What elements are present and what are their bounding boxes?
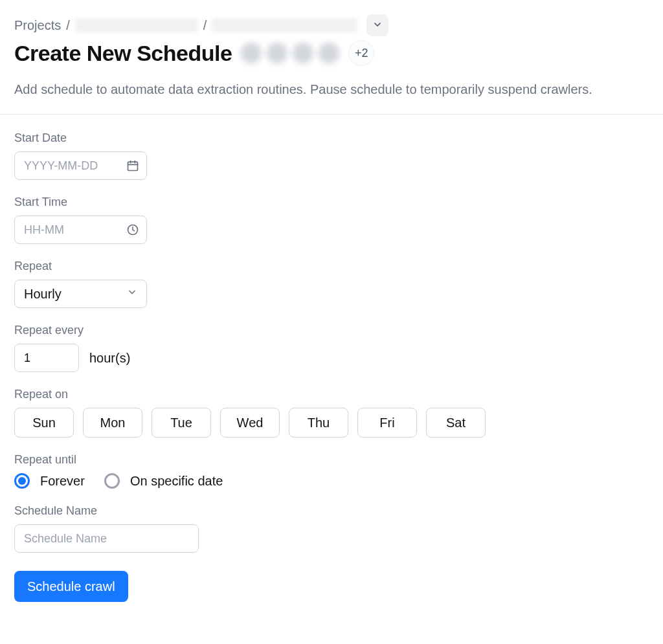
repeat-every-input[interactable] xyxy=(14,344,79,372)
breadcrumb-separator: / xyxy=(203,18,207,33)
repeat-until-specific-label: On specific date xyxy=(130,474,223,489)
day-toggle-mon[interactable]: Mon xyxy=(83,408,142,438)
clock-icon xyxy=(126,223,139,236)
breadcrumb-item-redacted-2[interactable] xyxy=(212,18,357,32)
schedule-name-input[interactable] xyxy=(14,524,199,553)
breadcrumb: Projects / / xyxy=(14,14,649,36)
breadcrumb-separator: / xyxy=(66,18,70,33)
repeat-select[interactable]: Hourly xyxy=(14,280,147,308)
repeat-every-label: Repeat every xyxy=(14,324,649,337)
day-toggle-fri[interactable]: Fri xyxy=(357,408,417,438)
schedule-name-label: Schedule Name xyxy=(14,504,649,518)
start-date-label: Start Date xyxy=(14,131,649,145)
repeat-until-forever-label: Forever xyxy=(40,474,85,489)
radio-icon xyxy=(104,473,120,489)
avatar xyxy=(293,43,313,63)
collaborator-overflow-badge[interactable]: +2 xyxy=(348,40,374,66)
chevron-down-icon xyxy=(127,287,137,301)
repeat-until-forever-radio[interactable]: Forever xyxy=(14,473,85,489)
repeat-every-unit: hour(s) xyxy=(89,351,130,366)
schedule-crawl-button[interactable]: Schedule crawl xyxy=(14,571,128,602)
breadcrumb-root[interactable]: Projects xyxy=(14,18,61,33)
avatar xyxy=(319,43,339,63)
day-toggle-thu[interactable]: Thu xyxy=(289,408,348,438)
repeat-until-label: Repeat until xyxy=(14,453,649,467)
day-toggle-sat[interactable]: Sat xyxy=(426,408,486,438)
repeat-until-specific-date-radio[interactable]: On specific date xyxy=(104,473,223,489)
day-toggle-wed[interactable]: Wed xyxy=(220,408,280,438)
collaborator-avatars xyxy=(241,43,339,63)
breadcrumb-item-redacted-1[interactable] xyxy=(75,18,198,32)
page-title: Create New Schedule xyxy=(14,41,232,66)
page-subtitle: Add schedule to automate data extraction… xyxy=(14,80,649,98)
repeat-label: Repeat xyxy=(14,260,649,273)
avatar xyxy=(241,43,262,63)
calendar-icon xyxy=(126,159,139,172)
breadcrumb-dropdown-button[interactable] xyxy=(366,14,388,36)
start-time-label: Start Time xyxy=(14,195,649,209)
repeat-on-label: Repeat on xyxy=(14,388,649,401)
day-toggle-sun[interactable]: Sun xyxy=(14,408,74,438)
avatar xyxy=(267,43,287,63)
schedule-form: Start Date Start Time xyxy=(14,115,649,602)
radio-icon xyxy=(14,473,30,489)
day-toggle-tue[interactable]: Tue xyxy=(152,408,211,438)
svg-rect-0 xyxy=(128,162,138,170)
chevron-down-icon xyxy=(372,18,383,33)
repeat-selected-value: Hourly xyxy=(24,287,62,302)
